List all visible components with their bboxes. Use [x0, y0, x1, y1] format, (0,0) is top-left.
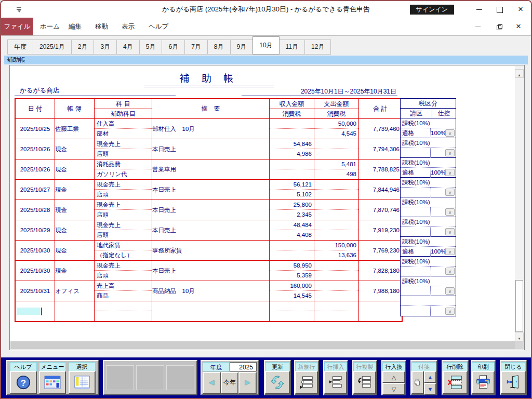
tax-row[interactable]: 課税(10%) 適格 100%	[401, 237, 456, 257]
cell-expense[interactable]	[314, 220, 359, 241]
select-button[interactable]: 選択	[69, 362, 96, 394]
cell-income[interactable]: 56,121 5,102	[270, 180, 314, 200]
tax-row[interactable]: 課税(10%)	[401, 257, 456, 276]
scroll-up-button[interactable]	[515, 69, 524, 78]
cell-summary[interactable]: 事務所家賃	[152, 241, 270, 261]
cell-account[interactable]: 地代家賃 （指定なし）	[95, 241, 152, 261]
horizontal-scrollbar[interactable]	[10, 341, 515, 349]
cell-total[interactable]: 7,828,180	[359, 261, 403, 281]
tax-dropdown-button[interactable]	[445, 169, 455, 176]
cell-account[interactable]: 現金売上 店頭	[95, 200, 152, 220]
tax-dropdown-button[interactable]	[445, 287, 455, 295]
scroll-thumb[interactable]	[515, 280, 523, 332]
tax-row[interactable]: 課税(10%)	[401, 197, 456, 217]
mdi-close-button[interactable]	[509, 18, 528, 35]
cell-date[interactable]: 2025/10/28	[15, 200, 55, 220]
tab-month-6[interactable]: 6月	[162, 39, 185, 55]
vertical-scrollbar[interactable]	[515, 66, 524, 341]
tab-month-11[interactable]: 11月	[280, 39, 305, 55]
menu-move[interactable]: 移動	[95, 18, 108, 35]
cell-book[interactable]: 現金	[55, 180, 95, 200]
cell-account[interactable]	[95, 301, 152, 322]
tax-row[interactable]: 課税(10%) 適格 100%	[401, 158, 456, 178]
tab-month-9[interactable]: 9月	[231, 39, 254, 55]
menu-help[interactable]: ヘルプ	[149, 18, 168, 35]
cell-income[interactable]	[270, 301, 314, 322]
menu-edit[interactable]: 編集	[69, 18, 82, 35]
cell-income[interactable]: 48,484 4,408	[270, 220, 314, 241]
maximize-button[interactable]	[489, 1, 510, 18]
cell-account[interactable]: 売上高 商品	[95, 281, 152, 301]
cell-summary[interactable]: 本日売上	[152, 139, 270, 159]
tab-month-8[interactable]: 8月	[208, 39, 231, 55]
cell-account[interactable]: 現金売上 店頭	[95, 261, 152, 281]
tax-row[interactable]: 課税(10%)	[401, 178, 456, 197]
cell-total[interactable]: 7,988,180	[359, 281, 403, 301]
cell-account[interactable]: 仕入高 部材	[95, 119, 152, 139]
cell-book[interactable]: 現金	[55, 241, 95, 261]
cell-income[interactable]	[270, 159, 314, 180]
tab-month-5[interactable]: 5月	[140, 39, 163, 55]
cell-date[interactable]: 2025/10/25	[15, 119, 55, 139]
cell-book[interactable]: 現金	[55, 200, 95, 220]
tax-dropdown-button[interactable]	[445, 189, 455, 196]
tax-dropdown-button[interactable]	[445, 228, 455, 235]
menu-home[interactable]: ホーム	[40, 18, 60, 35]
cell-book[interactable]: 現金	[55, 139, 95, 159]
cell-book[interactable]: オフィス	[55, 281, 95, 301]
cell-date[interactable]: 2025/10/31	[15, 281, 55, 301]
tab-month-3[interactable]: 3月	[94, 39, 117, 55]
cell-total[interactable]: 7,794,306	[359, 139, 403, 159]
tax-dropdown-button[interactable]	[445, 308, 455, 315]
cell-total[interactable]: 7,739,460	[359, 119, 403, 139]
cell-income[interactable]	[270, 241, 314, 261]
close-form-button[interactable]: 閉じる	[501, 362, 526, 394]
cell-income[interactable]	[270, 119, 314, 139]
tax-row[interactable]: 課税(10%) 適格 100%	[401, 118, 456, 138]
cell-date[interactable]	[15, 301, 55, 322]
row-up-button[interactable]	[382, 371, 405, 383]
this-year-button[interactable]: 今年	[221, 372, 239, 394]
cell-date[interactable]: 2025/10/26	[15, 139, 55, 159]
tax-row[interactable]: 課税(10%)	[401, 138, 456, 158]
cell-summary[interactable]: 本日売上	[152, 220, 270, 241]
tab-year[interactable]: 年度	[7, 39, 33, 55]
cell-expense[interactable]	[314, 139, 359, 159]
cell-expense[interactable]: 150,000 13,636	[314, 241, 359, 261]
update-button[interactable]: 更新	[265, 362, 290, 394]
cell-account[interactable]: 現金売上 店頭	[95, 220, 152, 241]
signin-button[interactable]: サインイン	[410, 5, 454, 15]
tax-row[interactable]	[401, 296, 456, 316]
active-date-input[interactable]	[17, 308, 41, 315]
menu-button[interactable]: メニュー	[39, 362, 66, 394]
cell-expense[interactable]	[314, 261, 359, 281]
cell-income[interactable]: 160,000 14,545	[270, 281, 314, 301]
cell-date[interactable]: 2025/10/30	[15, 261, 55, 281]
cell-book[interactable]: 現金	[55, 159, 95, 180]
next-year-button[interactable]	[238, 372, 257, 394]
cell-summary[interactable]: 部材仕入 10月	[152, 119, 270, 139]
scroll-down-button[interactable]	[515, 332, 524, 341]
cell-total[interactable]: 7,769,230	[359, 241, 403, 261]
cell-expense[interactable]	[314, 180, 359, 200]
tab-month-10[interactable]: 10月	[252, 36, 279, 55]
tab-month-7[interactable]: 7月	[185, 39, 208, 55]
cell-expense[interactable]: 50,000 4,545	[314, 119, 359, 139]
help-button[interactable]: ヘルプ ?	[10, 362, 37, 394]
cell-summary[interactable]: 営業車用	[152, 159, 270, 180]
del-row-button[interactable]: 行削除	[443, 362, 468, 394]
mdi-minimize-button[interactable]	[469, 18, 487, 35]
menu-view[interactable]: 表示	[122, 18, 135, 35]
cell-book[interactable]	[55, 301, 95, 322]
minimize-button[interactable]	[469, 1, 489, 18]
cell-account[interactable]: 現金売上 店頭	[95, 139, 152, 159]
tax-dropdown-button[interactable]	[445, 208, 455, 216]
tab-month-12[interactable]: 12月	[305, 39, 331, 55]
cell-expense[interactable]	[314, 301, 359, 322]
mdi-restore-button[interactable]	[489, 18, 508, 35]
cell-summary[interactable]: 本日売上	[152, 180, 270, 200]
cell-income[interactable]: 58,950 5,359	[270, 261, 314, 281]
cell-expense[interactable]	[314, 200, 359, 220]
cell-total[interactable]: 7,919,230	[359, 220, 403, 241]
print-button[interactable]: 印刷	[472, 362, 495, 394]
